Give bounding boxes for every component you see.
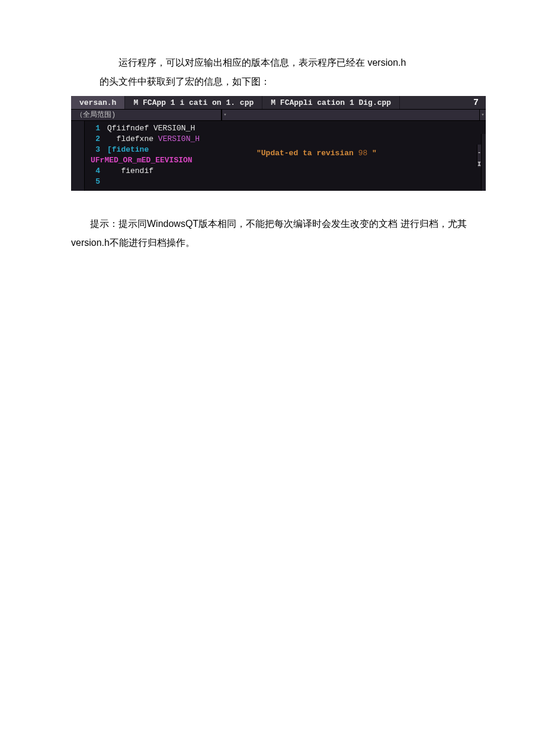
line-number: 3 — [91, 145, 100, 155]
code-token: fldefxne — [107, 134, 158, 145]
overlay-prefix: "Updat-ed ta revisian — [257, 149, 358, 158]
code-token: VERSI0N_H — [153, 123, 195, 134]
line-number: 2 — [91, 134, 100, 145]
code-token: VERSI0N_H — [158, 134, 200, 145]
code-line: 2 fldefxne VERSI0N_H — [91, 134, 486, 145]
chevron-down-icon[interactable]: ▾ — [479, 110, 486, 120]
line-number: 5 — [91, 177, 100, 187]
code-editor: 1Qfiifndef VERSI0N_H2 fldefxne VERSI0N_H… — [71, 121, 486, 191]
scope-bar: （全局范围) ▾ ▾ — [71, 110, 486, 121]
line-number: 4 — [91, 166, 100, 177]
chevron-down-icon[interactable]: ▾ — [222, 110, 228, 120]
overlay-suffix: " — [367, 149, 377, 158]
code-line: 5 — [91, 177, 486, 187]
code-token: fiendif — [107, 166, 153, 177]
code-string-overlay: "Updat-ed ta revisian 98 " — [257, 146, 377, 161]
editor-tabbar: versan.h M FCApp 1 i cati on 1. cpp M FC… — [71, 96, 486, 110]
editor-margin — [71, 121, 85, 191]
code-column: 1Qfiifndef VERSI0N_H2 fldefxne VERSI0N_H… — [85, 121, 486, 191]
scope-dropdown[interactable]: （全局范围) — [71, 110, 222, 120]
tabbar-right-indicator: 7 — [466, 96, 486, 109]
paragraph-tip: 提示：提示同WindowsQT版本相同，不能把每次编译时会发生改变的文档 进行归… — [71, 214, 474, 252]
code-line: 1Qfiifndef VERSI0N_H — [91, 123, 486, 134]
ide-screenshot: versan.h M FCApp 1 i cati on 1. cpp M FC… — [71, 96, 486, 191]
tab-version-h[interactable]: versan.h — [71, 96, 125, 109]
vertical-scrollbar[interactable] — [481, 134, 486, 191]
tab-mfcapp-dig-cpp[interactable]: M FCAppli cation 1 Dig.cpp — [262, 96, 400, 109]
tab-mfcapp-cpp[interactable]: M FCApp 1 i cati on 1. cpp — [125, 96, 262, 109]
document-page: 运行程序，可以对应输出相应的版本信息，表示程序已经在 version.h 的头文… — [0, 0, 545, 276]
code-token: Qfiifndef — [107, 123, 153, 134]
paragraph-intro-line2: 的头文件中获取到了宏的信息，如下图： — [100, 72, 474, 91]
code-line: 4 fiendif — [91, 166, 486, 177]
overlay-number: 98 — [358, 149, 368, 158]
line-number: 1 — [91, 123, 100, 134]
paragraph-intro-line1: 运行程序，可以对应输出相应的版本信息，表示程序已经在 version.h — [100, 53, 474, 72]
code-token: [fidetine — [107, 145, 149, 155]
